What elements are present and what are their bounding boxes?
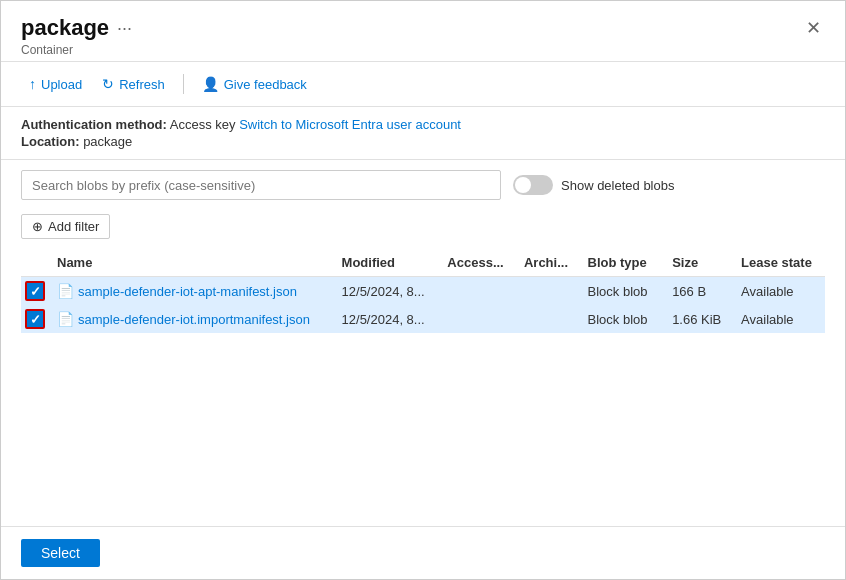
- show-deleted-toggle[interactable]: [513, 175, 553, 195]
- auth-value: Access key: [170, 117, 239, 132]
- file-link[interactable]: sample-defender-iot-apt-manifest.json: [78, 284, 297, 299]
- row-lease-state: Available: [733, 305, 825, 333]
- auth-line: Authentication method: Access key Switch…: [21, 117, 825, 132]
- row-modified: 12/5/2024, 8...: [334, 305, 440, 333]
- switch-auth-link[interactable]: Switch to Microsoft Entra user account: [239, 117, 461, 132]
- footer: Select: [1, 526, 845, 579]
- page-title: package: [21, 15, 109, 41]
- feedback-icon: 👤: [202, 76, 219, 92]
- upload-icon: ↑: [29, 76, 36, 92]
- search-input[interactable]: [21, 170, 501, 200]
- table-header-row: Name Modified Access... Archi... Blob ty…: [21, 249, 825, 277]
- table-row: ✓📄sample-defender-iot.importmanifest.jso…: [21, 305, 825, 333]
- location-label: Location:: [21, 134, 80, 149]
- row-checkbox[interactable]: ✓: [25, 281, 45, 301]
- checkbox-check: ✓: [30, 312, 41, 327]
- refresh-icon: ↻: [102, 76, 114, 92]
- header-left: package ··· Container: [21, 15, 132, 57]
- row-access: [439, 277, 516, 306]
- row-blob-type: Block blob: [580, 277, 665, 306]
- show-deleted-label: Show deleted blobs: [561, 178, 674, 193]
- col-name[interactable]: Name: [49, 249, 334, 277]
- close-button[interactable]: ✕: [802, 15, 825, 41]
- auth-label: Authentication method:: [21, 117, 167, 132]
- col-checkbox: [21, 249, 49, 277]
- row-name: 📄sample-defender-iot-apt-manifest.json: [49, 277, 334, 306]
- row-size: 1.66 KiB: [664, 305, 733, 333]
- table-header: Name Modified Access... Archi... Blob ty…: [21, 249, 825, 277]
- file-icon: 📄: [57, 283, 74, 299]
- refresh-button[interactable]: ↻ Refresh: [94, 72, 173, 96]
- search-row: Show deleted blobs: [1, 160, 845, 210]
- info-section: Authentication method: Access key Switch…: [1, 107, 845, 160]
- add-filter-icon: ⊕: [32, 219, 43, 234]
- col-blob-type[interactable]: Blob type: [580, 249, 665, 277]
- toggle-row: Show deleted blobs: [513, 175, 674, 195]
- row-blob-type: Block blob: [580, 305, 665, 333]
- blobs-table: Name Modified Access... Archi... Blob ty…: [21, 249, 825, 333]
- upload-label: Upload: [41, 77, 82, 92]
- checkbox-check: ✓: [30, 284, 41, 299]
- more-options-icon[interactable]: ···: [117, 18, 132, 39]
- location-value: package: [83, 134, 132, 149]
- row-archi: [516, 277, 580, 306]
- table-body: ✓📄sample-defender-iot-apt-manifest.json1…: [21, 277, 825, 334]
- col-lease-state[interactable]: Lease state: [733, 249, 825, 277]
- row-modified: 12/5/2024, 8...: [334, 277, 440, 306]
- give-feedback-label: Give feedback: [224, 77, 307, 92]
- row-access: [439, 305, 516, 333]
- toggle-knob: [515, 177, 531, 193]
- row-checkbox-cell: ✓: [21, 277, 49, 306]
- filter-row: ⊕ Add filter: [1, 210, 845, 249]
- row-name: 📄sample-defender-iot.importmanifest.json: [49, 305, 334, 333]
- file-icon: 📄: [57, 311, 74, 327]
- title-row: package ···: [21, 15, 132, 41]
- subtitle: Container: [21, 43, 132, 57]
- col-modified[interactable]: Modified: [334, 249, 440, 277]
- toolbar-separator: [183, 74, 184, 94]
- give-feedback-button[interactable]: 👤 Give feedback: [194, 72, 315, 96]
- blobs-table-container: Name Modified Access... Archi... Blob ty…: [1, 249, 845, 333]
- toolbar: ↑ Upload ↻ Refresh 👤 Give feedback: [1, 62, 845, 107]
- row-archi: [516, 305, 580, 333]
- row-lease-state: Available: [733, 277, 825, 306]
- col-size[interactable]: Size: [664, 249, 733, 277]
- row-checkbox[interactable]: ✓: [25, 309, 45, 329]
- location-line: Location: package: [21, 134, 825, 149]
- col-access[interactable]: Access...: [439, 249, 516, 277]
- add-filter-label: Add filter: [48, 219, 99, 234]
- row-size: 166 B: [664, 277, 733, 306]
- col-archi[interactable]: Archi...: [516, 249, 580, 277]
- refresh-label: Refresh: [119, 77, 165, 92]
- panel-header: package ··· Container ✕: [1, 1, 845, 62]
- table-row: ✓📄sample-defender-iot-apt-manifest.json1…: [21, 277, 825, 306]
- row-checkbox-cell: ✓: [21, 305, 49, 333]
- file-link[interactable]: sample-defender-iot.importmanifest.json: [78, 312, 310, 327]
- upload-button[interactable]: ↑ Upload: [21, 72, 90, 96]
- select-button[interactable]: Select: [21, 539, 100, 567]
- add-filter-button[interactable]: ⊕ Add filter: [21, 214, 110, 239]
